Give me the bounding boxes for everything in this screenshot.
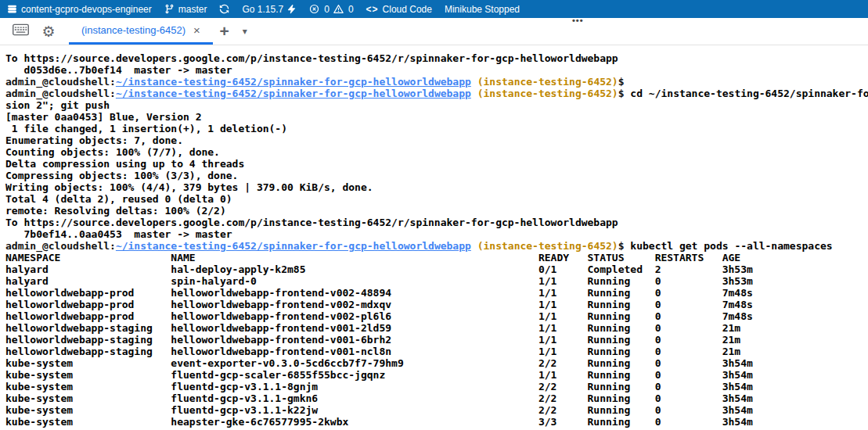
- terminal-text: admin_@cloudshell:: [5, 240, 116, 252]
- terminal-text: NAMESPACE NAME READY STATUS RESTARTS AGE: [5, 252, 740, 263]
- terminal-text: Writing objects: 100% (4/4), 379 bytes |…: [5, 181, 373, 193]
- pods-table-row: kube-system heapster-gke-6c76577995-2kwb…: [5, 416, 868, 428]
- terminal-text: helloworldwebapp-staging helloworldwebap…: [5, 322, 740, 334]
- terminal-text: helloworldwebapp-prod helloworldwebapp-f…: [5, 287, 753, 299]
- new-terminal-button[interactable]: +: [213, 18, 236, 45]
- terminal-text: kube-system fluentd-gcp-v3.1.1-8gnjm 2/2…: [5, 381, 753, 392]
- terminal-text: d053d6e..7b0ef14 master -> master: [5, 64, 232, 76]
- sync-icon: [219, 4, 229, 14]
- terminal-line: d053d6e..7b0ef14 master -> master: [5, 64, 868, 76]
- pods-table-row: helloworldwebapp-staging helloworldwebap…: [5, 346, 868, 357]
- terminal-text: admin_@cloudshell:: [5, 76, 116, 88]
- pods-table-row: kube-system fluentd-gcp-v3.1.1-8gnjm 2/2…: [5, 381, 868, 392]
- pods-table-row: helloworldwebapp-prod helloworldwebapp-f…: [5, 310, 868, 322]
- terminal-text: remote: Resolving deltas: 100% (2/2): [5, 205, 226, 217]
- pods-table-row: halyard hal-deploy-apply-k2m85 0/1 Compl…: [5, 263, 868, 275]
- pods-table-row: halyard spin-halyard-0 1/1 Running 0 3h5…: [5, 275, 868, 287]
- terminal-line: To https://source.developers.google.com/…: [5, 217, 868, 228]
- terminal-text: To https://source.developers.google.com/…: [5, 217, 618, 228]
- terminal-tab-instance-testing-6452[interactable]: (instance-testing-6452) ×: [69, 18, 213, 45]
- terminal-line: Writing objects: 100% (4/4), 379 bytes |…: [5, 181, 868, 193]
- problems-indicator[interactable]: 0 0: [309, 4, 353, 15]
- terminal-line: remote: Resolving deltas: 100% (2/2): [5, 205, 868, 217]
- terminal-text: kubectl get pods --all-namespaces: [625, 240, 833, 252]
- code-brackets-icon: <>: [366, 4, 379, 15]
- terminal-text: kube-system fluentd-gcp-scaler-6855f55bc…: [5, 369, 753, 381]
- chevron-down-icon: ▾: [243, 26, 247, 37]
- tab-close-icon[interactable]: ×: [193, 24, 200, 36]
- panel-more-menu[interactable]: •••: [572, 16, 584, 25]
- terminal-text: Enumerating objects: 7, done.: [5, 134, 183, 146]
- terminal-line: Enumerating objects: 7, done.: [5, 134, 868, 146]
- pods-table-row: kube-system event-exporter-v0.3.0-5cd6cc…: [5, 357, 868, 369]
- project-indicator[interactable]: content-gcpro-devops-engineer: [7, 4, 152, 15]
- terminal-line: admin_@cloudshell:~/instance-testing-645…: [5, 240, 868, 252]
- git-branch-icon: [164, 4, 175, 14]
- error-icon: [309, 4, 319, 14]
- pods-table-row: helloworldwebapp-staging helloworldwebap…: [5, 322, 868, 334]
- error-count: 0: [324, 4, 330, 15]
- terminal-text: Total 4 (delta 2), reused 0 (delta 0): [5, 193, 232, 205]
- project-name: content-gcpro-devops-engineer: [21, 4, 152, 15]
- terminal-text: [471, 240, 477, 252]
- cloud-shell-window: content-gcpro-devops-engineer master Go …: [0, 0, 868, 430]
- terminal-text: 7b0ef14..0aa0453 master -> master: [5, 228, 232, 240]
- terminal-text: Delta compression using up to 4 threads: [5, 158, 244, 170]
- terminal-text: halyard hal-deploy-apply-k2m85 0/1 Compl…: [5, 263, 753, 275]
- pods-table-row: helloworldwebapp-staging helloworldwebap…: [5, 334, 868, 346]
- sync-button[interactable]: [219, 4, 229, 14]
- terminal-path-link[interactable]: ~/instance-testing-6452/spinnaker-for-gc…: [116, 88, 471, 99]
- terminal-text: kube-system heapster-gke-6c76577995-2kwb…: [5, 416, 753, 428]
- lightning-icon: [287, 5, 297, 14]
- terminal-dropdown-button[interactable]: ▾: [236, 18, 254, 45]
- terminal-text: cd ~/instance-testing-6452/spinnaker-fo: [625, 88, 868, 99]
- status-bar: content-gcpro-devops-engineer master Go …: [0, 0, 868, 18]
- terminal-line: Compressing objects: 100% (3/3), done.: [5, 170, 868, 181]
- terminal-line: Counting objects: 100% (7/7), done.: [5, 146, 868, 158]
- pods-table-row: kube-system fluentd-gcp-v3.1.1-gmkn6 2/2…: [5, 392, 868, 404]
- terminal-path-link[interactable]: ~/instance-testing-6452/spinnaker-for-gc…: [116, 240, 471, 252]
- terminal-text: kube-system fluentd-gcp-v3.1.1-k22jw 2/2…: [5, 404, 753, 416]
- terminal-settings-button[interactable]: ⚙: [34, 18, 63, 45]
- pods-table-row: helloworldwebapp-prod helloworldwebapp-f…: [5, 287, 868, 299]
- pods-table-row: kube-system fluentd-gcp-v3.1.1-k22jw 2/2…: [5, 404, 868, 416]
- terminal-line: Total 4 (delta 2), reused 0 (delta 0): [5, 193, 868, 205]
- minikube-status-label: Minikube Stopped: [445, 4, 520, 15]
- terminal-text: helloworldwebapp-prod helloworldwebapp-f…: [5, 299, 753, 310]
- terminal-text: kube-system event-exporter-v0.3.0-5cd6cc…: [5, 357, 753, 369]
- terminal-line: Delta compression using up to 4 threads: [5, 158, 868, 170]
- pods-table-header: NAMESPACE NAME READY STATUS RESTARTS AGE: [5, 252, 868, 263]
- gear-icon: ⚙: [41, 24, 55, 39]
- go-version-indicator[interactable]: Go 1.15.7: [242, 4, 297, 15]
- terminal-text: kube-system fluentd-gcp-v3.1.1-gmkn6 2/2…: [5, 392, 753, 404]
- terminal-text: $: [618, 88, 625, 99]
- terminal-line: To https://source.developers.google.com/…: [5, 52, 868, 64]
- terminal-text: 1 file changed, 1 insertion(+), 1 deleti…: [5, 123, 287, 134]
- plus-icon: +: [220, 22, 229, 41]
- terminal-text: halyard spin-halyard-0 1/1 Running 0 3h5…: [5, 275, 753, 287]
- cloud-code-indicator[interactable]: <> Cloud Code: [366, 4, 432, 15]
- terminal-text: [master 0aa0453] Blue, Version 2: [5, 111, 201, 123]
- terminal-path-link[interactable]: ~/instance-testing-6452/spinnaker-for-gc…: [116, 76, 471, 88]
- minikube-status[interactable]: Minikube Stopped: [445, 4, 520, 15]
- keyboard-icon: [13, 23, 29, 39]
- warning-icon: [333, 4, 344, 14]
- terminal-line: admin_@cloudshell:~/instance-testing-645…: [5, 88, 868, 99]
- terminal-text: $: [618, 240, 625, 252]
- terminal-text: helloworldwebapp-staging helloworldwebap…: [5, 334, 740, 346]
- terminal-tab-label: (instance-testing-6452): [81, 24, 185, 36]
- terminal-text: admin_@cloudshell:: [5, 88, 116, 99]
- branch-name: master: [178, 4, 207, 15]
- terminal-text: helloworldwebapp-prod helloworldwebapp-f…: [5, 310, 753, 322]
- terminal-text: helloworldwebapp-staging helloworldwebap…: [5, 346, 740, 357]
- pods-table-row: helloworldwebapp-prod helloworldwebapp-f…: [5, 299, 868, 310]
- git-branch-indicator[interactable]: master: [164, 4, 207, 15]
- terminal-line: [master 0aa0453] Blue, Version 2: [5, 111, 868, 123]
- terminal-text: [471, 76, 477, 88]
- keyboard-button[interactable]: [6, 18, 34, 45]
- terminal-output[interactable]: To https://source.developers.google.com/…: [0, 45, 868, 430]
- terminal-line: 7b0ef14..0aa0453 master -> master: [5, 228, 868, 240]
- terminal-text: $: [618, 76, 625, 88]
- cloud-code-label: Cloud Code: [383, 4, 432, 15]
- terminal-line: sion 2"; git push: [5, 99, 868, 111]
